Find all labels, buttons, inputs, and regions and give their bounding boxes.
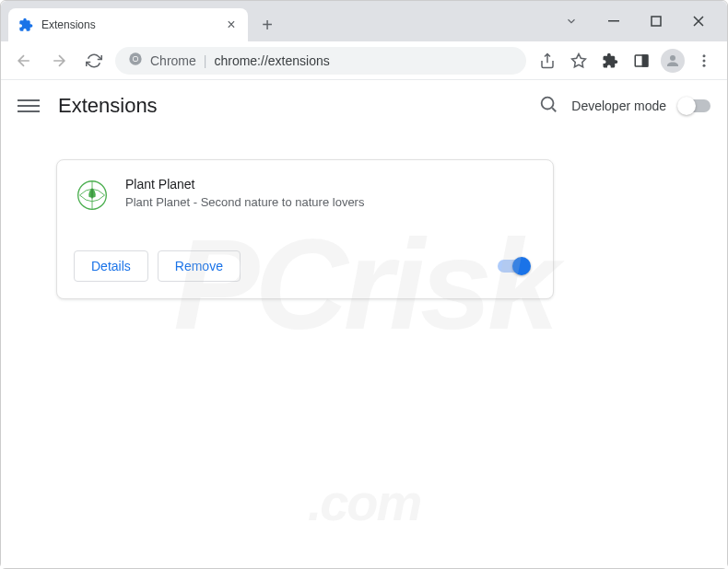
bookmark-star-icon[interactable] (565, 47, 593, 75)
svg-line-13 (553, 108, 557, 111)
extension-name: Plant Planet (125, 177, 536, 192)
forward-button[interactable] (45, 47, 73, 75)
svg-rect-7 (643, 55, 648, 66)
toolbar: Chrome | chrome://extensions (1, 41, 727, 80)
page-header: Extensions Developer mode (1, 80, 727, 132)
addressbar-scheme: Chrome (150, 53, 196, 68)
extension-enabled-toggle[interactable] (498, 260, 529, 273)
extension-info: Plant Planet Plant Planet - Second natur… (125, 177, 536, 214)
minimize-button[interactable] (593, 7, 635, 35)
puzzle-piece-icon (18, 17, 34, 33)
search-icon[interactable] (538, 94, 558, 118)
svg-rect-0 (608, 20, 619, 22)
extensions-icon[interactable] (596, 47, 624, 75)
developer-mode-toggle[interactable] (679, 99, 710, 112)
svg-point-12 (542, 98, 554, 110)
toolbar-right (534, 47, 718, 75)
side-panel-icon[interactable] (628, 47, 655, 75)
browser-tab[interactable]: Extensions × (8, 8, 248, 41)
extension-description: Plant Planet - Second nature to nature l… (125, 195, 536, 209)
extension-card-bottom: Details Remove (74, 250, 536, 282)
share-icon[interactable] (534, 47, 561, 75)
tab-title: Extensions (41, 18, 217, 31)
svg-point-4 (134, 57, 138, 62)
new-tab-button[interactable]: + (253, 11, 281, 39)
page-title: Extensions (58, 94, 158, 118)
page-header-right: Developer mode (538, 94, 710, 118)
extension-card-top: Plant Planet Plant Planet - Second natur… (74, 177, 536, 214)
svg-point-8 (670, 55, 675, 61)
kebab-menu-icon[interactable] (690, 47, 718, 75)
chrome-logo-icon (128, 52, 143, 69)
remove-button[interactable]: Remove (158, 250, 241, 282)
svg-point-11 (703, 64, 706, 66)
back-button[interactable] (10, 47, 38, 75)
watermark-subtext: .com (0, 472, 728, 532)
hamburger-menu-icon[interactable] (18, 95, 40, 117)
reload-button[interactable] (80, 47, 108, 75)
extension-card: Plant Planet Plant Planet - Second natur… (56, 159, 554, 299)
svg-point-9 (703, 54, 706, 57)
addressbar-separator: | (204, 53, 207, 68)
svg-rect-1 (652, 17, 661, 26)
close-window-button[interactable] (677, 7, 720, 35)
close-tab-icon[interactable]: × (224, 17, 239, 32)
details-button[interactable]: Details (74, 250, 148, 282)
titlebar: Extensions × + (1, 1, 727, 41)
addressbar[interactable]: Chrome | chrome://extensions (115, 47, 526, 75)
svg-point-10 (703, 59, 706, 62)
extension-icon (74, 177, 111, 214)
developer-mode-label: Developer mode (571, 99, 666, 113)
maximize-button[interactable] (635, 7, 677, 35)
extensions-list: Plant Planet Plant Planet - Second natur… (1, 132, 727, 327)
addressbar-url: chrome://extensions (214, 53, 329, 68)
chevron-down-icon[interactable] (550, 7, 593, 35)
window-controls (550, 1, 727, 41)
profile-avatar[interactable] (659, 47, 687, 75)
